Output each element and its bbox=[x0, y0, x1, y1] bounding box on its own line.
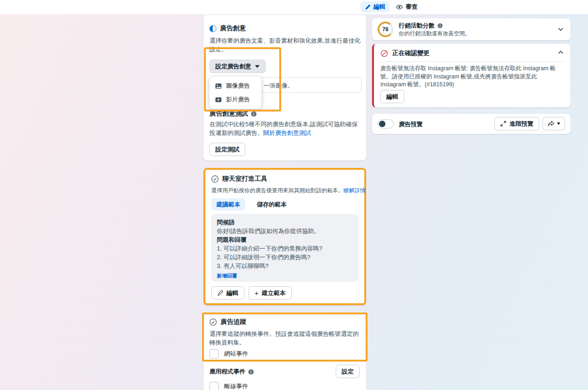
share-icon bbox=[548, 121, 554, 127]
changes-header: 正在確認變更 bbox=[380, 49, 430, 57]
ad-tracking-card: 廣告追蹤 選擇要追蹤的轉換事件。預設會追蹤這個廣告帳號選定的轉換資料集。 網站事… bbox=[204, 312, 366, 390]
create-template-button[interactable]: + 建立範本 bbox=[249, 286, 292, 300]
score-gauge: 76 bbox=[378, 22, 393, 37]
info-icon bbox=[251, 111, 257, 117]
caret-down-icon bbox=[557, 123, 560, 125]
pencil-icon bbox=[365, 4, 371, 10]
ad-creative-section-title: 廣告創意 bbox=[209, 24, 246, 33]
menu-item-image-ad[interactable]: 圖像廣告 bbox=[209, 79, 261, 93]
ad-tracking-title: 廣告追蹤 bbox=[220, 318, 246, 326]
website-events-label: 網站事件 bbox=[224, 350, 248, 358]
half-circle-creative-icon bbox=[209, 25, 216, 32]
template-actions: 編輯 + 建立範本 bbox=[211, 286, 292, 300]
question-item: 2. 可以詳細說明一下你們的廣告嗎? bbox=[217, 253, 353, 262]
pencil-icon bbox=[217, 290, 223, 296]
review-mode-label: 審查 bbox=[406, 3, 418, 11]
campaign-score-card[interactable]: 76 行銷活動分數 你的行銷活動還有改善空間。 bbox=[372, 18, 571, 40]
score-value: 76 bbox=[379, 23, 391, 35]
caret-down-icon bbox=[255, 65, 260, 68]
menu-item-video-ad-label: 影片廣告 bbox=[226, 95, 250, 104]
score-title-row: 行銷活動分數 bbox=[399, 22, 443, 30]
changes-edit-button[interactable]: 編輯 bbox=[380, 90, 404, 103]
score-title: 行銷活動分數 bbox=[399, 22, 435, 30]
ad-preview-label: 廣告預覽 bbox=[399, 120, 423, 128]
ad-creative-card: 廣告創意 選擇你要的廣告文案、影音素材和強化效果,並進行最佳化設定。 設定廣告創… bbox=[204, 15, 366, 161]
confirming-changes-card: 正在確認變更 廣告帳號無法存取 Instagram 帳號: 廣告帳號無法存取此 … bbox=[372, 44, 571, 107]
chat-tool-card: 聊天室打造工具 選擇用戶點按你的廣告後要用來與其開始對話的範本。瞭解詳情 建議範… bbox=[204, 168, 366, 305]
ad-creative-title: 廣告創意 bbox=[220, 24, 246, 33]
review-mode-button[interactable]: 審查 bbox=[392, 1, 422, 12]
setup-creative-dropdown-label: 設定廣告創意 bbox=[215, 62, 251, 71]
chat-tool-title: 聊天室打造工具 bbox=[222, 175, 267, 183]
eye-icon bbox=[396, 4, 403, 10]
setup-creative-dropdown[interactable]: 設定廣告創意 bbox=[209, 60, 266, 73]
template-preview-box: 問候語 你好!請告訴我們該如何為你提供協助。 問題和回覆 1. 可以詳細介紹一下… bbox=[211, 214, 358, 282]
question-item: 1. 可以詳細介紹一下你們的業務內容嗎? bbox=[217, 244, 353, 253]
changes-message: 廣告帳號無法存取 Instagram 帳號: 廣告帳號無法存取此 Instagr… bbox=[380, 65, 564, 89]
tab-saved-template[interactable]: 儲存的範本 bbox=[252, 198, 292, 211]
offline-events-checkbox[interactable] bbox=[209, 382, 219, 390]
question-item: 3. 有人可以聊聊嗎? bbox=[217, 262, 353, 270]
ad-preview-card: 廣告預覽 進階預覽 bbox=[372, 114, 571, 134]
creative-test-title: 廣告創意測試 bbox=[209, 110, 248, 118]
chat-tool-description: 選擇用戶點按你的廣告後要用來與其開始對話的範本。瞭解詳情 bbox=[211, 186, 365, 195]
expand-icon bbox=[500, 121, 506, 127]
video-ad-icon bbox=[215, 96, 222, 103]
chat-tool-section-title: 聊天室打造工具 bbox=[211, 175, 267, 183]
chat-tool-learn-more-link[interactable]: 瞭解詳情 bbox=[344, 187, 366, 194]
top-toolbar: 編輯 審查 bbox=[0, 0, 588, 14]
website-events-row: 網站事件 bbox=[209, 349, 248, 358]
app-events-label: 應用程式事件 bbox=[209, 368, 245, 376]
blocked-icon bbox=[380, 50, 388, 57]
info-icon bbox=[437, 23, 443, 28]
advanced-preview-button[interactable]: 進階預覽 bbox=[494, 117, 539, 130]
info-icon bbox=[248, 369, 254, 375]
qa-label: 問題和回覆 bbox=[217, 235, 353, 244]
website-events-checkbox[interactable] bbox=[209, 349, 219, 358]
divider bbox=[380, 61, 564, 62]
creative-test-learn-link[interactable]: 關於廣告創意測試 bbox=[263, 129, 311, 136]
main-column: 廣告創意 選擇你要的廣告文案、影音素材和強化效果,並進行最佳化設定。 設定廣告創… bbox=[204, 15, 366, 390]
chevron-up-icon[interactable] bbox=[558, 50, 563, 54]
creative-test-section-title: 廣告創意測試 bbox=[209, 110, 257, 118]
add-reply-link[interactable]: 新增回覆 bbox=[217, 273, 237, 279]
greeting-label: 問候語 bbox=[217, 218, 353, 227]
check-circle-icon bbox=[211, 175, 219, 183]
score-subtitle: 你的行銷活動還有改善空間。 bbox=[399, 30, 470, 38]
creative-type-menu: 圖像廣告 影片廣告 bbox=[209, 77, 261, 109]
app-events-setup-button[interactable]: 設定 bbox=[336, 365, 360, 378]
ad-preview-toggle[interactable] bbox=[378, 119, 394, 128]
menu-item-image-ad-label: 圖像廣告 bbox=[226, 82, 250, 90]
offline-events-label: 離線事件 bbox=[224, 382, 248, 390]
offline-events-row: 離線事件 bbox=[209, 382, 248, 390]
chevron-down-icon[interactable] bbox=[558, 28, 563, 31]
ad-creative-description: 選擇你要的廣告文案、影音素材和強化效果,並進行最佳化設定。 bbox=[209, 36, 362, 54]
edit-template-button[interactable]: 編輯 bbox=[211, 286, 244, 300]
menu-item-video-ad[interactable]: 影片廣告 bbox=[209, 93, 261, 106]
app-events-row: 應用程式事件 bbox=[209, 368, 254, 376]
image-hint-fragment: 一張圖像。 bbox=[264, 82, 294, 90]
creative-test-description: 在測試中比較5種不同的廣告創意版本,該測試可協助確保投遞新的測試廣告。關於廣告創… bbox=[209, 120, 363, 137]
greeting-text: 你好!請告訴我們該如何為你提供協助。 bbox=[217, 227, 353, 235]
setup-test-button[interactable]: 設定測試 bbox=[209, 143, 245, 156]
tab-suggested-template[interactable]: 建議範本 bbox=[211, 198, 245, 211]
check-circle-icon bbox=[209, 318, 217, 326]
image-ad-icon bbox=[215, 83, 222, 89]
ad-tracking-description: 選擇要追蹤的轉換事件。預設會追蹤這個廣告帳號選定的轉換資料集。 bbox=[209, 329, 363, 347]
toggle-knob bbox=[379, 121, 385, 127]
edit-mode-button[interactable]: 編輯 bbox=[361, 1, 390, 12]
edit-mode-label: 編輯 bbox=[373, 3, 385, 11]
ad-tracking-section-title: 廣告追蹤 bbox=[209, 318, 246, 326]
share-preview-button[interactable] bbox=[543, 117, 565, 130]
template-tabs: 建議範本 儲存的範本 bbox=[211, 198, 292, 211]
changes-title: 正在確認變更 bbox=[392, 49, 430, 57]
plus-icon: + bbox=[254, 289, 259, 297]
